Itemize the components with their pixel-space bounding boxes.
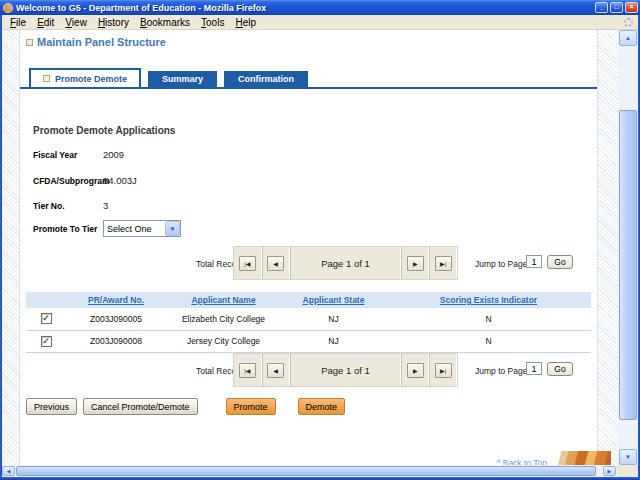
page-title-row: Maintain Panel Structure — [26, 36, 166, 48]
close-button[interactable]: × — [625, 2, 638, 13]
vertical-scrollbar[interactable]: ▲ ▼ — [618, 30, 638, 465]
jump-to-page-label: Jump to Page — [475, 259, 527, 269]
prev-page-button[interactable]: ◀ — [267, 256, 284, 271]
checkbox-column-header — [26, 292, 66, 308]
page-indicator: Page 1 of 1 — [290, 247, 402, 279]
demote-button[interactable]: Demote — [298, 398, 346, 415]
promote-button[interactable]: Promote — [226, 398, 276, 415]
menu-file[interactable]: File — [10, 17, 26, 28]
scrollbar-corner — [617, 465, 638, 477]
firefox-window: Welcome to G5 - Department of Education … — [0, 0, 640, 480]
page-indicator: Page 1 of 1 — [290, 354, 402, 386]
left-decorative-stripe — [2, 30, 20, 465]
applications-table: PR/Award No. Applicant Name Applicant St… — [26, 292, 591, 353]
right-decorative-stripe — [597, 30, 618, 465]
header-applicant-state[interactable]: Applicant State — [281, 292, 386, 308]
field-fiscal-year: Fiscal Year 2009 — [33, 149, 124, 160]
vertical-scrollbar-thumb[interactable] — [619, 110, 637, 420]
tab-confirmation[interactable]: Confirmation — [224, 71, 308, 87]
pagination-top: Total Records: 2 |◀ ◀ Page 1 of 1 ▶ ▶| J… — [20, 246, 597, 282]
browser-viewport: Maintain Panel Structure Promote Demote … — [2, 30, 638, 465]
promote-to-tier-selected-value: Select One — [104, 224, 165, 234]
tab-bar: Promote Demote Summary Confirmation — [20, 70, 597, 89]
minimize-button[interactable]: _ — [595, 2, 608, 13]
horizontal-scrollbar[interactable]: ◀ ▶ — [2, 465, 638, 477]
last-page-button[interactable]: ▶| — [435, 256, 452, 271]
go-button[interactable]: Go — [547, 255, 573, 269]
firefox-logo-icon — [3, 3, 13, 13]
applicant-state-cell: NJ — [281, 330, 386, 352]
decorative-corner-image — [555, 451, 611, 465]
header-scoring-exists[interactable]: Scoring Exists Indicator — [386, 292, 591, 308]
tier-no-value: 3 — [103, 200, 108, 211]
next-page-button[interactable]: ▶ — [407, 363, 424, 378]
first-page-button[interactable]: |◀ — [239, 256, 256, 271]
menu-view[interactable]: View — [65, 17, 87, 28]
jump-to-page-input[interactable] — [526, 255, 542, 268]
menu-help[interactable]: Help — [235, 17, 256, 28]
field-tier-no: Tier No. 3 — [33, 200, 108, 211]
promote-to-tier-select[interactable]: Select One ▼ — [103, 220, 181, 237]
cfda-subprogram-value: 84.003J — [103, 175, 137, 186]
back-to-top-link[interactable]: ^ Back to Top — [496, 458, 547, 465]
window-left-border — [0, 15, 2, 480]
maximize-button[interactable]: □ — [610, 2, 623, 13]
row-checkbox[interactable]: ✓ — [41, 313, 52, 324]
table-row: ✓ Z003J090008 Jersey City College NJ N — [26, 330, 591, 352]
tab-window-icon — [43, 75, 50, 82]
last-page-button[interactable]: ▶| — [435, 363, 452, 378]
scroll-right-icon[interactable]: ▶ — [603, 466, 616, 476]
table-row: ✓ Z003J090005 Elizabeth City College NJ … — [26, 308, 591, 330]
menu-history[interactable]: History — [98, 17, 129, 28]
action-buttons: Previous Cancel Promote/Demote Promote D… — [26, 398, 345, 415]
tab-summary[interactable]: Summary — [148, 71, 217, 87]
field-promote-to-tier: Promote To Tier Select One ▼ — [33, 220, 181, 237]
scroll-left-icon[interactable]: ◀ — [2, 466, 15, 476]
prev-page-button[interactable]: ◀ — [267, 363, 284, 378]
menu-tools[interactable]: Tools — [201, 17, 224, 28]
award-no-cell: Z003J090005 — [66, 308, 166, 330]
pager-controls: |◀ ◀ Page 1 of 1 ▶ ▶| — [233, 246, 458, 280]
page-title: Maintain Panel Structure — [37, 36, 166, 48]
award-no-cell: Z003J090008 — [66, 330, 166, 352]
scoring-exists-cell: N — [386, 308, 591, 330]
jump-to-page-label: Jump to Page — [475, 366, 527, 376]
cancel-promote-demote-button[interactable]: Cancel Promote/Demote — [83, 398, 198, 415]
horizontal-scrollbar-thumb[interactable] — [16, 466, 596, 476]
go-button[interactable]: Go — [547, 362, 573, 376]
scroll-down-icon[interactable]: ▼ — [619, 449, 637, 465]
pager-controls: |◀ ◀ Page 1 of 1 ▶ ▶| — [233, 353, 458, 387]
field-cfda-subprogram: CFDA/Subprogram 84.003J — [33, 175, 137, 186]
header-applicant-name[interactable]: Applicant Name — [166, 292, 281, 308]
tab-promote-demote[interactable]: Promote Demote — [29, 68, 141, 87]
menu-bar: File Edit View History Bookmarks Tools H… — [2, 15, 638, 30]
previous-button[interactable]: Previous — [26, 398, 77, 415]
window-titlebar: Welcome to G5 - Department of Education … — [0, 0, 640, 15]
applicant-state-cell: NJ — [281, 308, 386, 330]
window-title: Welcome to G5 - Department of Education … — [16, 3, 595, 13]
next-page-button[interactable]: ▶ — [407, 256, 424, 271]
window-controls: _ □ × — [595, 2, 638, 13]
menu-edit[interactable]: Edit — [37, 17, 54, 28]
table-header-row: PR/Award No. Applicant Name Applicant St… — [26, 292, 591, 308]
throbber-icon — [624, 18, 633, 27]
applicant-name-cell: Jersey City College — [166, 330, 281, 352]
tier-no-label: Tier No. — [33, 201, 103, 211]
header-pr-award-no[interactable]: PR/Award No. — [66, 292, 166, 308]
fiscal-year-label: Fiscal Year — [33, 150, 103, 160]
fiscal-year-value: 2009 — [103, 149, 124, 160]
page-content: Maintain Panel Structure Promote Demote … — [20, 30, 597, 465]
first-page-button[interactable]: |◀ — [239, 363, 256, 378]
panel-square-icon — [26, 39, 33, 46]
cfda-subprogram-label: CFDA/Subprogram — [33, 176, 103, 186]
menu-bookmarks[interactable]: Bookmarks — [140, 17, 190, 28]
applicant-name-cell: Elizabeth City College — [166, 308, 281, 330]
scroll-up-icon[interactable]: ▲ — [619, 30, 637, 46]
scoring-exists-cell: N — [386, 330, 591, 352]
row-checkbox[interactable]: ✓ — [41, 336, 52, 347]
chevron-down-icon: ▼ — [165, 221, 180, 236]
pagination-bottom: Total Records: 2 |◀ ◀ Page 1 of 1 ▶ ▶| J… — [20, 353, 597, 389]
promote-to-tier-label: Promote To Tier — [33, 224, 103, 234]
tab-promote-demote-label: Promote Demote — [55, 74, 127, 84]
jump-to-page-input[interactable] — [526, 362, 542, 375]
